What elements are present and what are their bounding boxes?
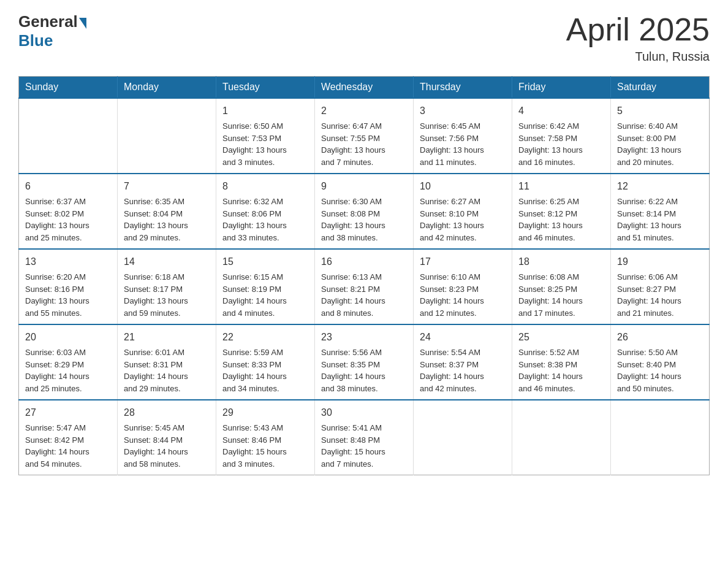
- logo-triangle-icon: [79, 18, 86, 29]
- day-number: 5: [617, 104, 703, 118]
- day-info: Sunrise: 6:08 AM Sunset: 8:25 PM Dayligh…: [518, 271, 604, 319]
- calendar-cell: 25Sunrise: 5:52 AM Sunset: 8:38 PM Dayli…: [512, 324, 611, 400]
- day-info: Sunrise: 6:15 AM Sunset: 8:19 PM Dayligh…: [222, 271, 308, 319]
- day-number: 19: [617, 255, 703, 269]
- day-info: Sunrise: 6:18 AM Sunset: 8:17 PM Dayligh…: [124, 271, 210, 319]
- day-info: Sunrise: 6:47 AM Sunset: 7:55 PM Dayligh…: [321, 120, 407, 168]
- day-info: Sunrise: 5:56 AM Sunset: 8:35 PM Dayligh…: [321, 347, 407, 394]
- day-number: 17: [420, 255, 506, 269]
- calendar-cell: 8Sunrise: 6:32 AM Sunset: 8:06 PM Daylig…: [216, 174, 315, 249]
- day-info: Sunrise: 5:50 AM Sunset: 8:40 PM Dayligh…: [617, 347, 703, 394]
- weekday-header-row: SundayMondayTuesdayWednesdayThursdayFrid…: [19, 77, 710, 99]
- calendar-cell: [118, 98, 216, 174]
- day-info: Sunrise: 5:45 AM Sunset: 8:44 PM Dayligh…: [124, 422, 210, 470]
- calendar-cell: 14Sunrise: 6:18 AM Sunset: 8:17 PM Dayli…: [118, 249, 216, 324]
- day-info: Sunrise: 6:03 AM Sunset: 8:29 PM Dayligh…: [25, 347, 111, 394]
- calendar-cell: 23Sunrise: 5:56 AM Sunset: 8:35 PM Dayli…: [315, 324, 414, 400]
- day-info: Sunrise: 5:43 AM Sunset: 8:46 PM Dayligh…: [222, 422, 308, 470]
- calendar-cell: 19Sunrise: 6:06 AM Sunset: 8:27 PM Dayli…: [611, 249, 710, 324]
- month-title: April 2025: [566, 12, 710, 47]
- day-info: Sunrise: 6:42 AM Sunset: 7:58 PM Dayligh…: [518, 120, 604, 168]
- day-number: 9: [321, 179, 407, 194]
- calendar-cell: 29Sunrise: 5:43 AM Sunset: 8:46 PM Dayli…: [216, 400, 315, 475]
- day-info: Sunrise: 6:06 AM Sunset: 8:27 PM Dayligh…: [617, 271, 703, 319]
- day-info: Sunrise: 6:32 AM Sunset: 8:06 PM Dayligh…: [222, 196, 308, 243]
- weekday-header-monday: Monday: [118, 77, 216, 99]
- weekday-header-friday: Friday: [512, 77, 611, 99]
- weekday-header-thursday: Thursday: [414, 77, 512, 99]
- calendar-cell: 28Sunrise: 5:45 AM Sunset: 8:44 PM Dayli…: [118, 400, 216, 475]
- calendar-cell: 21Sunrise: 6:01 AM Sunset: 8:31 PM Dayli…: [118, 324, 216, 400]
- day-number: 16: [321, 255, 407, 269]
- day-info: Sunrise: 5:47 AM Sunset: 8:42 PM Dayligh…: [25, 422, 111, 470]
- location-label: Tulun, Russia: [566, 50, 710, 64]
- calendar-cell: [512, 400, 611, 475]
- calendar-cell: 9Sunrise: 6:30 AM Sunset: 8:08 PM Daylig…: [315, 174, 414, 249]
- day-info: Sunrise: 6:27 AM Sunset: 8:10 PM Dayligh…: [420, 196, 506, 243]
- day-info: Sunrise: 6:10 AM Sunset: 8:23 PM Dayligh…: [420, 271, 506, 319]
- calendar-cell: 27Sunrise: 5:47 AM Sunset: 8:42 PM Dayli…: [19, 400, 118, 475]
- day-info: Sunrise: 6:25 AM Sunset: 8:12 PM Dayligh…: [518, 196, 604, 243]
- day-number: 3: [420, 104, 506, 118]
- weekday-header-sunday: Sunday: [19, 77, 118, 99]
- calendar-cell: 30Sunrise: 5:41 AM Sunset: 8:48 PM Dayli…: [315, 400, 414, 475]
- calendar-cell: 1Sunrise: 6:50 AM Sunset: 7:53 PM Daylig…: [216, 98, 315, 174]
- calendar-cell: 12Sunrise: 6:22 AM Sunset: 8:14 PM Dayli…: [611, 174, 710, 249]
- calendar-table: SundayMondayTuesdayWednesdayThursdayFrid…: [18, 76, 710, 475]
- logo-general-text: General: [18, 12, 78, 31]
- day-number: 12: [617, 179, 703, 194]
- day-info: Sunrise: 6:30 AM Sunset: 8:08 PM Dayligh…: [321, 196, 407, 243]
- calendar-week-2: 6Sunrise: 6:37 AM Sunset: 8:02 PM Daylig…: [19, 174, 710, 249]
- calendar-cell: 4Sunrise: 6:42 AM Sunset: 7:58 PM Daylig…: [512, 98, 611, 174]
- calendar-week-4: 20Sunrise: 6:03 AM Sunset: 8:29 PM Dayli…: [19, 324, 710, 400]
- day-info: Sunrise: 6:01 AM Sunset: 8:31 PM Dayligh…: [124, 347, 210, 394]
- day-info: Sunrise: 6:35 AM Sunset: 8:04 PM Dayligh…: [124, 196, 210, 243]
- calendar-cell: 18Sunrise: 6:08 AM Sunset: 8:25 PM Dayli…: [512, 249, 611, 324]
- day-number: 10: [420, 179, 506, 194]
- calendar-cell: 5Sunrise: 6:40 AM Sunset: 8:00 PM Daylig…: [611, 98, 710, 174]
- day-number: 14: [124, 255, 210, 269]
- day-info: Sunrise: 6:45 AM Sunset: 7:56 PM Dayligh…: [420, 120, 506, 168]
- day-number: 30: [321, 405, 407, 420]
- day-info: Sunrise: 5:41 AM Sunset: 8:48 PM Dayligh…: [321, 422, 407, 470]
- day-number: 23: [321, 330, 407, 345]
- calendar-week-5: 27Sunrise: 5:47 AM Sunset: 8:42 PM Dayli…: [19, 400, 710, 475]
- day-info: Sunrise: 5:54 AM Sunset: 8:37 PM Dayligh…: [420, 347, 506, 394]
- calendar-cell: [611, 400, 710, 475]
- day-info: Sunrise: 6:50 AM Sunset: 7:53 PM Dayligh…: [222, 120, 308, 168]
- calendar-cell: 10Sunrise: 6:27 AM Sunset: 8:10 PM Dayli…: [414, 174, 512, 249]
- title-section: April 2025 Tulun, Russia: [566, 12, 710, 64]
- weekday-header-wednesday: Wednesday: [315, 77, 414, 99]
- calendar-week-1: 1Sunrise: 6:50 AM Sunset: 7:53 PM Daylig…: [19, 98, 710, 174]
- calendar-cell: 6Sunrise: 6:37 AM Sunset: 8:02 PM Daylig…: [19, 174, 118, 249]
- calendar-cell: 22Sunrise: 5:59 AM Sunset: 8:33 PM Dayli…: [216, 324, 315, 400]
- day-number: 22: [222, 330, 308, 345]
- page-header: General Blue April 2025 Tulun, Russia: [18, 12, 710, 64]
- calendar-cell: 13Sunrise: 6:20 AM Sunset: 8:16 PM Dayli…: [19, 249, 118, 324]
- calendar-week-3: 13Sunrise: 6:20 AM Sunset: 8:16 PM Dayli…: [19, 249, 710, 324]
- calendar-cell: 2Sunrise: 6:47 AM Sunset: 7:55 PM Daylig…: [315, 98, 414, 174]
- day-info: Sunrise: 6:13 AM Sunset: 8:21 PM Dayligh…: [321, 271, 407, 319]
- day-number: 2: [321, 104, 407, 118]
- day-info: Sunrise: 5:52 AM Sunset: 8:38 PM Dayligh…: [518, 347, 604, 394]
- calendar-cell: 20Sunrise: 6:03 AM Sunset: 8:29 PM Dayli…: [19, 324, 118, 400]
- day-info: Sunrise: 6:37 AM Sunset: 8:02 PM Dayligh…: [25, 196, 111, 243]
- weekday-header-saturday: Saturday: [611, 77, 710, 99]
- day-number: 1: [222, 104, 308, 118]
- day-number: 4: [518, 104, 604, 118]
- logo: General Blue: [18, 12, 88, 50]
- day-number: 18: [518, 255, 604, 269]
- day-info: Sunrise: 6:22 AM Sunset: 8:14 PM Dayligh…: [617, 196, 703, 243]
- day-number: 6: [25, 179, 111, 194]
- day-number: 24: [420, 330, 506, 345]
- day-number: 11: [518, 179, 604, 194]
- calendar-cell: 3Sunrise: 6:45 AM Sunset: 7:56 PM Daylig…: [414, 98, 512, 174]
- calendar-cell: 11Sunrise: 6:25 AM Sunset: 8:12 PM Dayli…: [512, 174, 611, 249]
- day-number: 27: [25, 405, 111, 420]
- day-number: 7: [124, 179, 210, 194]
- day-number: 8: [222, 179, 308, 194]
- day-number: 21: [124, 330, 210, 345]
- logo-blue-text: Blue: [18, 31, 53, 50]
- day-number: 20: [25, 330, 111, 345]
- day-info: Sunrise: 6:40 AM Sunset: 8:00 PM Dayligh…: [617, 120, 703, 168]
